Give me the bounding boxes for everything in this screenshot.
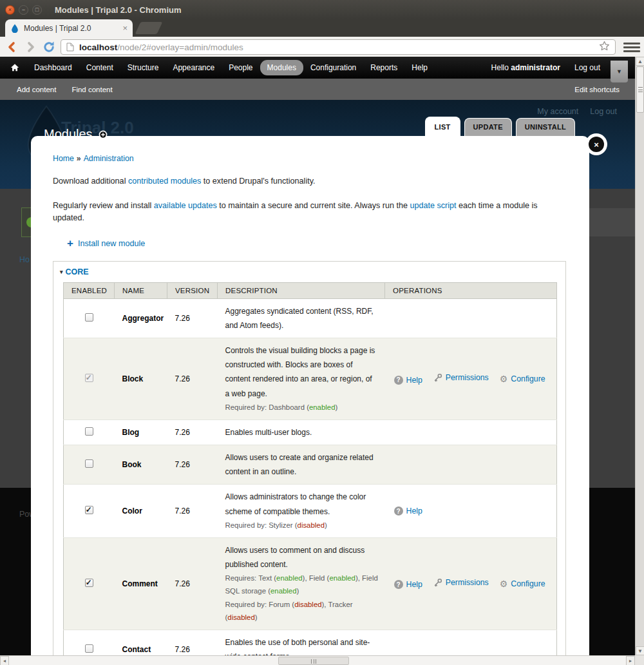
bookmark-star-icon[interactable] <box>599 41 610 53</box>
admin-menu-content[interactable]: Content <box>79 60 120 75</box>
admin-menu-people[interactable]: People <box>222 60 260 75</box>
module-checkbox[interactable] <box>85 506 93 514</box>
new-tab-button[interactable] <box>135 22 163 34</box>
shortcut-find-content[interactable]: Find content <box>71 86 112 93</box>
meta-text: Required by: Stylizer ( <box>225 521 298 529</box>
module-name: Color <box>115 485 167 537</box>
module-checkbox[interactable] <box>85 427 93 436</box>
text-segment: Regularly review and install <box>53 201 154 210</box>
back-icon[interactable] <box>6 41 18 53</box>
admin-menu-structure[interactable]: Structure <box>120 60 166 75</box>
overlay-tab-update[interactable]: UPDATE <box>464 118 512 136</box>
help-icon: ? <box>394 376 403 385</box>
column-header-enabled: ENABLED <box>64 282 115 298</box>
module-version: 7.26 <box>167 338 218 420</box>
status-red: disabled <box>227 613 254 621</box>
table-row-contact: Contact7.26Enables the use of both perso… <box>64 630 557 655</box>
module-operations: ?HelpPermissions⚙Configure <box>385 338 557 420</box>
meta-text: ), Field ( <box>303 574 330 582</box>
operation-help[interactable]: ?Help <box>394 580 422 589</box>
operation-help[interactable]: ?Help <box>394 376 422 385</box>
browser-tab[interactable]: Modules | Tripal 2.0 × <box>5 19 133 37</box>
module-operations: ?HelpPermissions⚙Configure <box>385 537 557 630</box>
intro-paragraph: Download additional contributed modules … <box>53 175 566 188</box>
window-maximize-icon[interactable]: □ <box>32 5 42 15</box>
home-icon[interactable] <box>10 63 19 72</box>
module-enabled-cell <box>64 338 115 420</box>
module-description-cell: Enables the use of both personal and sit… <box>218 630 385 655</box>
vertical-scrollbar[interactable]: ▲ ▼ <box>635 57 644 655</box>
meta-text: ) <box>255 613 258 621</box>
dimmed-page-right <box>589 189 635 488</box>
reload-icon[interactable] <box>43 41 55 53</box>
site-logout-link[interactable]: Log out <box>590 107 617 116</box>
add-shortcut-icon[interactable] <box>99 130 108 139</box>
breadcrumb-link-administration[interactable]: Administration <box>84 154 134 163</box>
module-version: 7.26 <box>167 537 218 630</box>
module-checkbox[interactable] <box>85 459 93 468</box>
shortcut-bar: Add contentFind content Edit shortcuts <box>0 79 644 100</box>
operation-permissions[interactable]: Permissions <box>433 578 489 587</box>
description-text: Allows users to create and organize rela… <box>225 450 379 479</box>
window-title: Modules | Tripal 2.0 - Chromium <box>55 5 182 15</box>
browser-menu-icon[interactable] <box>623 41 640 53</box>
table-row-aggregator: Aggregator7.26Aggregates syndicated cont… <box>64 298 557 338</box>
description-text: Controls the visual building blocks a pa… <box>225 343 379 401</box>
operation-label: Permissions <box>446 373 489 382</box>
module-name: Book <box>115 445 167 484</box>
operation-configure[interactable]: ⚙Configure <box>500 579 545 588</box>
overlay-close-button[interactable]: × <box>589 137 604 152</box>
module-checkbox[interactable] <box>85 579 93 587</box>
scroll-right-icon[interactable]: ▸ <box>626 656 635 665</box>
toolbar-toggle-button[interactable]: ▼ <box>611 61 628 82</box>
admin-menu-dashboard[interactable]: Dashboard <box>27 60 79 75</box>
tab-close-icon[interactable]: × <box>122 23 128 33</box>
module-requirements: Required by: Stylizer (disabled) <box>225 519 379 532</box>
window-minimize-icon[interactable]: − <box>19 5 28 15</box>
operation-permissions[interactable]: Permissions <box>433 373 489 382</box>
admin-menu-reports[interactable]: Reports <box>363 60 404 75</box>
module-description-cell: Allows users to comment on and discuss p… <box>218 537 385 630</box>
admin-menu-appearance[interactable]: Appearance <box>166 60 222 75</box>
horizontal-scroll-thumb[interactable] <box>278 657 349 665</box>
meta-text: Required by: Dashboard ( <box>225 403 309 411</box>
module-checkbox[interactable] <box>85 313 93 322</box>
meta-text: Requires: Text ( <box>225 574 277 582</box>
window-close-icon[interactable]: × <box>5 5 15 15</box>
dimmed-page-left: Ho <box>0 189 31 488</box>
horizontal-scrollbar[interactable]: ◂ ▸ <box>0 655 635 665</box>
page-title: Modules <box>44 127 108 142</box>
intro-text: Download additional contributed modules … <box>53 175 566 224</box>
my-account-link[interactable]: My account <box>537 107 578 116</box>
status-green: enabled <box>276 574 303 582</box>
overlay-tab-list[interactable]: LIST <box>425 117 460 136</box>
admin-menu-help[interactable]: Help <box>404 60 435 75</box>
scroll-left-icon[interactable]: ◂ <box>0 656 9 665</box>
browser-window: × − □ Modules | Tripal 2.0 - Chromium Mo… <box>0 0 644 665</box>
module-operations: ?Help <box>385 485 557 537</box>
meta-text: Required by: Forum ( <box>225 601 295 608</box>
forward-icon[interactable] <box>24 41 36 53</box>
scroll-down-icon[interactable]: ▼ <box>636 646 644 655</box>
install-new-module-link[interactable]: + Install new module <box>67 239 145 248</box>
inline-link[interactable]: update script <box>410 201 456 210</box>
scroll-up-icon[interactable]: ▲ <box>636 57 644 66</box>
module-checkbox[interactable] <box>85 644 93 653</box>
overlay-tab-uninstall[interactable]: UNINSTALL <box>516 118 575 136</box>
admin-menu-modules[interactable]: Modules <box>260 60 303 75</box>
inline-link[interactable]: contributed modules <box>128 177 201 186</box>
admin-menu-configuration[interactable]: Configuration <box>303 60 363 75</box>
module-enabled-cell <box>64 419 115 445</box>
address-bar[interactable]: localhost/node/2#overlay=admin/modules <box>61 39 616 55</box>
inline-link[interactable]: available updates <box>154 201 217 210</box>
shortcut-add-content[interactable]: Add content <box>17 86 56 93</box>
admin-logout-link[interactable]: Log out <box>574 63 600 72</box>
operation-help[interactable]: ?Help <box>394 506 422 516</box>
edit-shortcuts-link[interactable]: Edit shortcuts <box>574 86 620 93</box>
vertical-scroll-thumb[interactable] <box>636 66 644 113</box>
operation-configure[interactable]: ⚙Configure <box>500 374 545 383</box>
window-titlebar: × − □ Modules | Tripal 2.0 - Chromium <box>0 0 644 19</box>
breadcrumb-link-home[interactable]: Home <box>53 154 74 163</box>
module-description-cell: Aggregates syndicated content (RSS, RDF,… <box>218 298 385 338</box>
core-fieldset-legend[interactable]: ▾CORE <box>60 267 89 276</box>
